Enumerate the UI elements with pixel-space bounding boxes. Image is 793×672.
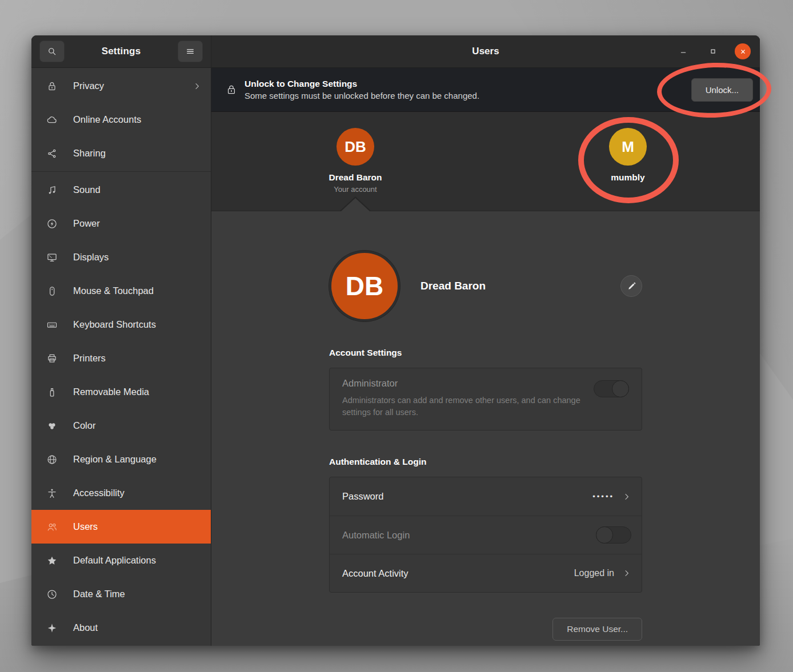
- sidebar-item-default-applications[interactable]: Default Applications: [31, 544, 211, 577]
- sidebar-item-mouse-touchpad[interactable]: Mouse & Touchpad: [31, 274, 211, 308]
- sidebar-item-removable-media[interactable]: Removable Media: [31, 375, 211, 409]
- sidebar-item-label: Date & Time: [73, 589, 125, 599]
- sidebar-item-printers[interactable]: Printers: [31, 341, 211, 375]
- sidebar-item-label: Mouse & Touchpad: [73, 285, 154, 296]
- unlock-texts: Unlock to Change Settings Some settings …: [245, 79, 479, 100]
- window-controls: [675, 43, 760, 59]
- users-icon: [46, 521, 58, 533]
- sidebar-item-region-language[interactable]: Region & Language: [31, 442, 211, 476]
- authentication-card: Password ••••• Automatic Login Account A…: [329, 477, 642, 593]
- settings-window: Settings Privacy Online Accounts Sharing: [31, 35, 760, 646]
- administrator-row: Administrator Administrators can add and…: [330, 368, 642, 430]
- sidebar-item-power[interactable]: Power: [31, 207, 211, 240]
- chevron-right-icon: [193, 82, 202, 91]
- administrator-texts: Administrator Administrators can add and…: [342, 378, 582, 419]
- automatic-login-toggle[interactable]: [596, 526, 631, 544]
- administrator-label: Administrator: [342, 378, 582, 389]
- sidebar-item-label: Region & Language: [73, 454, 157, 465]
- sidebar-item-label: Displays: [73, 252, 109, 263]
- sidebar-header: Settings: [31, 35, 211, 68]
- user-carousel: DB Dread Baron Your account M mumbly: [211, 112, 760, 211]
- sidebar-item-label: Online Accounts: [73, 114, 141, 125]
- sparkle-icon: [46, 622, 58, 634]
- toggle-knob: [596, 526, 613, 544]
- printer-icon: [46, 353, 58, 364]
- sidebar-item-users[interactable]: Users: [31, 510, 211, 544]
- menu-button[interactable]: [178, 41, 203, 62]
- profile-header: DB Dread Baron: [329, 251, 642, 321]
- monitor-icon: [46, 252, 58, 263]
- section-title-account-settings: Account Settings: [329, 348, 642, 358]
- user-detail-panel: DB Dread Baron Account Settings Administ…: [211, 211, 760, 646]
- unlock-subtitle: Some settings must be unlocked before th…: [245, 91, 479, 100]
- cloud-icon: [46, 114, 58, 126]
- accessibility-person-icon: [46, 488, 58, 499]
- password-row[interactable]: Password •••••: [330, 477, 642, 516]
- user-subtitle: Your account: [310, 185, 401, 194]
- close-icon: [739, 48, 747, 55]
- account-activity-row[interactable]: Account Activity Logged in: [330, 554, 642, 592]
- sidebar-item-label: Sharing: [73, 148, 106, 159]
- sidebar-item-online-accounts[interactable]: Online Accounts: [31, 103, 211, 136]
- unlock-title: Unlock to Change Settings: [245, 79, 479, 89]
- maximize-icon: [708, 47, 718, 56]
- account-activity-label: Account Activity: [342, 568, 408, 579]
- power-bolt-icon: [46, 218, 58, 230]
- content-pane: Users Unlock to Change Settings Some set…: [211, 35, 760, 646]
- sidebar-item-label: Removable Media: [73, 387, 149, 397]
- edit-name-button[interactable]: [620, 275, 642, 297]
- pencil-icon: [627, 281, 636, 291]
- administrator-toggle[interactable]: [594, 380, 629, 397]
- toggle-knob: [612, 380, 629, 397]
- sidebar-separator: [31, 171, 211, 172]
- lock-icon: [46, 81, 58, 92]
- selection-pointer: [341, 198, 370, 211]
- sidebar-item-keyboard-shortcuts[interactable]: Keyboard Shortcuts: [31, 308, 211, 341]
- sidebar-item-label: Accessibility: [73, 488, 125, 498]
- globe-icon: [46, 454, 58, 465]
- sidebar-item-label: Default Applications: [73, 555, 156, 566]
- section-title-authentication-login: Authentication & Login: [329, 457, 642, 467]
- padlock-icon: [226, 83, 237, 96]
- remove-user-button[interactable]: Remove User...: [552, 618, 642, 641]
- sidebar-item-date-time[interactable]: Date & Time: [31, 577, 211, 611]
- sidebar-item-color[interactable]: Color: [31, 409, 211, 442]
- sidebar-item-label: About: [73, 622, 98, 633]
- clock-icon: [46, 589, 58, 600]
- unlock-button[interactable]: Unlock...: [691, 78, 753, 102]
- unlock-banner: Unlock to Change Settings Some settings …: [211, 68, 760, 112]
- search-button[interactable]: [39, 41, 65, 62]
- sidebar-item-privacy[interactable]: Privacy: [31, 69, 211, 103]
- carousel-user-dread-baron[interactable]: DB Dread Baron Your account: [310, 128, 401, 194]
- automatic-login-row: Automatic Login: [330, 516, 642, 554]
- administrator-description: Administrators can add and remove other …: [342, 395, 582, 419]
- account-settings-card: Administrator Administrators can add and…: [329, 368, 642, 430]
- sidebar-item-accessibility[interactable]: Accessibility: [31, 476, 211, 510]
- sidebar-item-label: Users: [73, 521, 98, 532]
- sidebar-item-label: Privacy: [73, 81, 104, 91]
- password-dots: •••••: [592, 492, 614, 501]
- star-icon: [46, 555, 58, 566]
- hamburger-icon: [185, 46, 195, 57]
- music-note-icon: [46, 184, 58, 196]
- close-button[interactable]: [735, 43, 751, 59]
- minimize-button[interactable]: [675, 43, 691, 59]
- maximize-button[interactable]: [705, 43, 721, 59]
- sidebar-item-displays[interactable]: Displays: [31, 240, 211, 274]
- titlebar: Users: [211, 35, 760, 68]
- search-icon: [47, 46, 57, 57]
- keyboard-icon: [46, 319, 58, 331]
- sidebar-item-sharing[interactable]: Sharing: [31, 136, 211, 170]
- password-label: Password: [342, 491, 383, 502]
- profile-avatar[interactable]: DB: [329, 251, 400, 321]
- sidebar: Settings Privacy Online Accounts Sharing: [31, 35, 211, 646]
- carousel-user-mumbly[interactable]: M mumbly: [582, 128, 674, 183]
- sidebar-item-sound[interactable]: Sound: [31, 173, 211, 207]
- automatic-login-label: Automatic Login: [342, 530, 410, 541]
- user-name: Dread Baron: [310, 172, 401, 183]
- share-icon: [46, 148, 58, 159]
- user-name: mumbly: [582, 172, 674, 183]
- minimize-icon: [679, 47, 688, 56]
- sidebar-item-about[interactable]: About: [31, 611, 211, 645]
- mouse-icon: [46, 285, 58, 297]
